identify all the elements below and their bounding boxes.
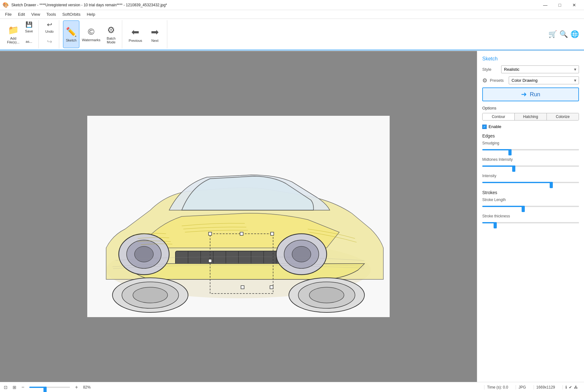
presets-row: ⚙ Presets Color Drawing Black & White So… bbox=[482, 76, 579, 84]
tab-colorize[interactable]: Colorize bbox=[547, 113, 579, 120]
svg-rect-28 bbox=[241, 286, 244, 289]
options-tabs: Contour Hatching Colorize bbox=[482, 113, 579, 120]
svg-point-13 bbox=[135, 246, 153, 262]
app-icon: 🎨 bbox=[3, 2, 9, 8]
car-sketch-svg bbox=[87, 116, 390, 317]
style-label: Style bbox=[482, 67, 501, 72]
statusbar: ⊡ ⊞ − + 82% Time (s): 0.0 JPG 1669x1129 … bbox=[0, 382, 584, 392]
titlebar: 🎨 Sketch Drawer - ****Unregistered versi… bbox=[0, 0, 584, 10]
tab-contour[interactable]: Contour bbox=[483, 113, 515, 120]
svg-rect-27 bbox=[209, 259, 212, 262]
canvas-area[interactable] bbox=[0, 51, 477, 382]
menu-softorbits[interactable]: SoftOrbits bbox=[60, 11, 83, 17]
zoom-out-button[interactable]: − bbox=[21, 384, 24, 390]
edges-title: Edges bbox=[482, 133, 579, 138]
presets-icon: ⚙ bbox=[482, 77, 487, 84]
menu-tools[interactable]: Tools bbox=[44, 11, 58, 17]
smudging-slider[interactable] bbox=[482, 149, 579, 150]
redo-button[interactable]: ↪ bbox=[43, 35, 56, 48]
stroke-thickness-slider[interactable] bbox=[482, 222, 579, 223]
enable-label: Enable bbox=[489, 124, 501, 129]
cart-icon[interactable]: 🛒 bbox=[548, 30, 557, 38]
run-label: Run bbox=[530, 91, 540, 98]
presets-select-wrap: Color Drawing Black & White Soft Edges H… bbox=[509, 76, 579, 84]
time-segment: Time (s): 0.0 bbox=[484, 385, 511, 389]
undo-label: Undo bbox=[45, 30, 54, 33]
svg-rect-25 bbox=[240, 232, 243, 235]
sketch-icon: ✏️ bbox=[66, 27, 77, 37]
intensity-slider[interactable] bbox=[482, 182, 579, 183]
menu-help[interactable]: Help bbox=[84, 11, 98, 17]
toolbar-group-undo: ↩ Undo ↪ bbox=[40, 20, 59, 48]
watermarks-button[interactable]: © Watermarks bbox=[80, 20, 102, 48]
presets-select[interactable]: Color Drawing Black & White Soft Edges H… bbox=[509, 76, 579, 84]
titlebar-controls: — □ ✕ bbox=[538, 0, 581, 10]
info-icons-segment: ℹ ✔ 🖧 bbox=[563, 385, 580, 389]
save-button[interactable]: 💾 Save bbox=[22, 20, 36, 34]
right-panel: Sketch Style Realistic Cartoon Watercolo… bbox=[477, 51, 584, 382]
zoom-in-button[interactable]: + bbox=[75, 384, 78, 390]
tab-hatching[interactable]: Hatching bbox=[515, 113, 547, 120]
dimensions-segment: 1669x1129 bbox=[534, 385, 558, 389]
sketch-label: Sketch bbox=[66, 38, 77, 42]
canvas-inner bbox=[87, 116, 390, 317]
zoom-fit-button[interactable]: ⊡ bbox=[4, 385, 8, 390]
info-icon[interactable]: ℹ bbox=[565, 385, 567, 389]
sketch-button[interactable]: ✏️ Sketch bbox=[63, 20, 79, 48]
time-label: Time (s): 0.0 bbox=[487, 385, 508, 389]
format-segment: JPG bbox=[516, 385, 528, 389]
undo-button[interactable]: ↩ Undo bbox=[43, 20, 56, 34]
zoom-slider-wrap bbox=[29, 387, 70, 388]
midtones-slider[interactable] bbox=[482, 165, 579, 167]
stroke-length-label: Stroke Length bbox=[482, 198, 579, 202]
check-icon[interactable]: ✔ bbox=[569, 385, 572, 389]
stroke-length-slider-container bbox=[482, 203, 579, 210]
watermarks-label: Watermarks bbox=[82, 38, 100, 42]
menu-view[interactable]: View bbox=[29, 11, 43, 17]
close-button[interactable]: ✕ bbox=[567, 0, 581, 10]
network-icon[interactable]: 🖧 bbox=[574, 385, 578, 389]
maximize-button[interactable]: □ bbox=[553, 0, 567, 10]
toolbar: 📁 AddFile(s)... 💾 Save as... ↩ Undo ↪ bbox=[0, 19, 584, 50]
minimize-button[interactable]: — bbox=[538, 0, 553, 10]
intensity-slider-container bbox=[482, 179, 579, 186]
run-button[interactable]: ➜ Run bbox=[482, 87, 579, 101]
add-files-icon: 📁 bbox=[8, 25, 19, 35]
midtones-slider-container bbox=[482, 163, 579, 169]
smudging-label: Smudging bbox=[482, 141, 579, 145]
toolbar-group-nav: ⬅ Previous ➡ Next bbox=[123, 20, 167, 48]
batch-label: BatchMode bbox=[107, 36, 116, 44]
watermarks-icon: © bbox=[88, 27, 94, 37]
stroke-length-slider[interactable] bbox=[482, 206, 579, 207]
toolbar-group-sketch: ✏️ Sketch © Watermarks ⚙ BatchMode bbox=[60, 20, 122, 48]
next-label: Next bbox=[152, 39, 159, 42]
run-arrow-icon: ➜ bbox=[521, 90, 527, 98]
format-label: JPG bbox=[518, 385, 526, 389]
menu-file[interactable]: File bbox=[3, 11, 14, 17]
zoom-slider[interactable] bbox=[29, 387, 70, 388]
search-icon[interactable]: 🔍 bbox=[559, 30, 568, 38]
style-select[interactable]: Realistic Cartoon Watercolor Pencil bbox=[501, 65, 579, 73]
stroke-thickness-label: Stroke thickness bbox=[482, 214, 579, 218]
3d-icon[interactable]: 🌐 bbox=[570, 30, 579, 38]
batch-icon: ⚙ bbox=[107, 25, 115, 35]
batch-mode-button[interactable]: ⚙ BatchMode bbox=[103, 20, 119, 48]
next-button[interactable]: ➡ Next bbox=[146, 20, 164, 48]
previous-icon: ⬅ bbox=[131, 26, 139, 37]
save-icon: 💾 bbox=[26, 21, 32, 28]
toolbar-group-file: 📁 AddFile(s)... 💾 Save as... bbox=[3, 20, 39, 48]
toolbar-right-icons: 🛒 🔍 🌐 bbox=[548, 20, 581, 48]
enable-row: Enable bbox=[482, 124, 579, 129]
toolbar-spacer bbox=[169, 20, 547, 48]
menu-edit[interactable]: Edit bbox=[15, 11, 27, 17]
zoom-percent: 82% bbox=[83, 385, 94, 389]
save-as-button[interactable]: as... bbox=[22, 35, 36, 48]
add-files-button[interactable]: 📁 AddFile(s)... bbox=[5, 20, 21, 48]
previous-button[interactable]: ⬅ Previous bbox=[126, 20, 145, 48]
previous-label: Previous bbox=[129, 39, 142, 42]
zoom-actual-button[interactable]: ⊞ bbox=[13, 385, 16, 390]
undo-redo-group: ↩ Undo ↪ bbox=[43, 20, 56, 48]
enable-checkbox[interactable] bbox=[482, 125, 487, 129]
options-title: Options bbox=[482, 106, 579, 110]
stroke-thickness-slider-container bbox=[482, 220, 579, 226]
